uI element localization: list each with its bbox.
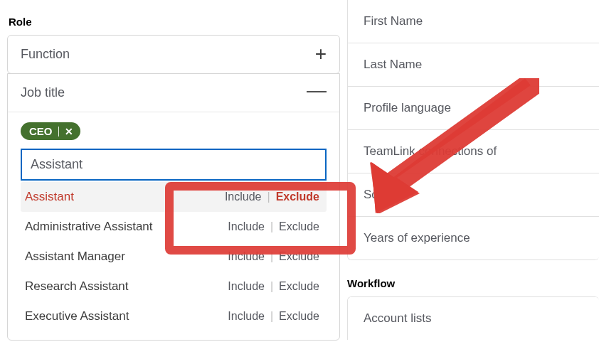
exclude-button[interactable]: Exclude xyxy=(279,280,319,293)
suggestion-text: Assistant xyxy=(25,190,74,204)
filter-row[interactable]: Years of experience xyxy=(348,216,599,259)
minus-icon: — xyxy=(307,85,327,97)
job-title-filter-header[interactable]: Job title — xyxy=(8,74,339,112)
separator: | xyxy=(270,280,273,293)
job-title-label: Job title xyxy=(21,85,65,100)
filter-row[interactable]: School xyxy=(348,173,599,216)
function-filter-header[interactable]: Function + xyxy=(8,36,339,73)
separator: | xyxy=(267,191,270,203)
suggestion-row[interactable]: Administrative AssistantInclude|Exclude xyxy=(21,212,327,242)
filter-row[interactable]: Profile language xyxy=(348,86,599,129)
plus-icon: + xyxy=(315,48,327,60)
suggestions-dropdown: AssistantInclude|ExcludeAdministrative A… xyxy=(21,182,327,331)
include-button[interactable]: Include xyxy=(228,250,265,263)
suggestion-row[interactable]: Assistant ManagerInclude|Exclude xyxy=(21,242,327,272)
separator: | xyxy=(270,310,273,323)
include-button[interactable]: Include xyxy=(225,191,262,203)
exclude-button[interactable]: Exclude xyxy=(279,310,319,323)
role-section-label: Role xyxy=(9,16,340,28)
filter-row[interactable]: Last Name xyxy=(348,43,599,86)
include-button[interactable]: Include xyxy=(228,280,265,293)
pill-text: CEO xyxy=(29,125,53,137)
workflow-section-label: Workflow xyxy=(347,277,599,289)
suggestion-row[interactable]: Executive AssistantInclude|Exclude xyxy=(21,301,327,331)
pill-ceo[interactable]: CEO ✕ xyxy=(21,122,80,140)
pill-separator xyxy=(58,127,59,136)
filter-row[interactable]: First Name xyxy=(348,0,599,43)
include-button[interactable]: Include xyxy=(228,220,265,233)
workflow-row[interactable]: Account lists xyxy=(348,297,599,340)
function-label: Function xyxy=(21,47,70,62)
suggestion-row[interactable]: Research AssistantInclude|Exclude xyxy=(21,272,327,301)
suggestion-text: Executive Assistant xyxy=(25,309,129,323)
suggestion-text: Research Assistant xyxy=(25,279,129,294)
job-title-input[interactable] xyxy=(21,149,327,181)
filter-row[interactable]: TeamLink connections of xyxy=(348,129,599,173)
exclude-button[interactable]: Exclude xyxy=(276,191,319,203)
suggestion-row[interactable]: AssistantInclude|Exclude xyxy=(21,182,327,212)
separator: | xyxy=(270,220,273,233)
exclude-button[interactable]: Exclude xyxy=(279,250,319,263)
separator: | xyxy=(270,250,273,263)
exclude-button[interactable]: Exclude xyxy=(279,220,319,233)
suggestion-text: Assistant Manager xyxy=(25,250,125,264)
close-icon[interactable]: ✕ xyxy=(65,126,73,137)
suggestion-text: Administrative Assistant xyxy=(25,220,153,234)
include-button[interactable]: Include xyxy=(228,310,265,323)
